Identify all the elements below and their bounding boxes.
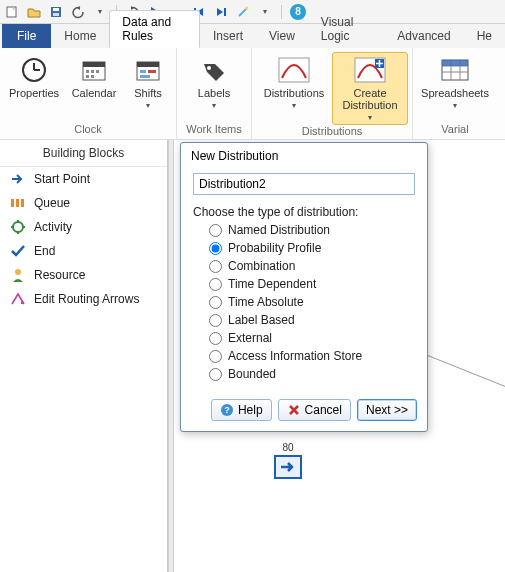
sidebar-item-queue[interactable]: Queue <box>0 191 167 215</box>
cancel-button[interactable]: Cancel <box>278 399 351 421</box>
ribbon-btn-label: Labels <box>198 87 230 99</box>
radio-access-info-store[interactable]: Access Information Store <box>209 349 415 363</box>
spreadsheet-icon <box>438 55 472 85</box>
radio-time-absolute[interactable]: Time Absolute <box>209 295 415 309</box>
circle-badge[interactable]: 8 <box>290 4 306 20</box>
clock-icon <box>17 55 51 85</box>
chevron-down-icon: ▾ <box>368 113 372 122</box>
sidebar-item-label: Resource <box>34 268 85 282</box>
ribbon-btn-label: Calendar <box>72 87 117 99</box>
svg-rect-31 <box>16 199 19 207</box>
new-distribution-dialog: New Distribution Choose the type of dist… <box>180 142 428 432</box>
main-area: Building Blocks Start Point Queue Activi… <box>0 140 505 572</box>
svg-rect-3 <box>53 13 59 16</box>
radio-probability-profile[interactable]: Probability Profile <box>209 241 415 255</box>
sidebar-item-label: Queue <box>34 196 70 210</box>
sidebar-item-end[interactable]: End <box>0 239 167 263</box>
tab-visual-logic[interactable]: Visual Logic <box>308 10 384 48</box>
ribbon-group-clock: Properties Calendar Shifts ▾ Clock <box>0 48 177 139</box>
svg-rect-10 <box>86 70 89 73</box>
arrow-block-icon <box>274 455 302 479</box>
svg-point-33 <box>13 222 23 232</box>
svg-rect-9 <box>83 62 105 67</box>
shifts-icon <box>131 55 165 85</box>
svg-rect-18 <box>148 70 156 73</box>
tab-insert[interactable]: Insert <box>200 24 256 48</box>
person-icon <box>10 267 26 283</box>
new-icon[interactable] <box>4 4 20 20</box>
ribbon-btn-label: Distributions <box>264 87 325 99</box>
svg-rect-32 <box>21 199 24 207</box>
ribbon-btn-shifts[interactable]: Shifts ▾ <box>124 52 172 113</box>
svg-point-6 <box>246 6 249 9</box>
tag-icon <box>197 55 231 85</box>
radio-named-distribution[interactable]: Named Distribution <box>209 223 415 237</box>
sidebar-item-resource[interactable]: Resource <box>0 263 167 287</box>
svg-rect-29 <box>442 60 468 66</box>
sidebar-item-label: Activity <box>34 220 72 234</box>
radio-combination[interactable]: Combination <box>209 259 415 273</box>
calendar-icon <box>77 55 111 85</box>
chevron-down-icon: ▾ <box>146 101 150 110</box>
svg-rect-16 <box>137 62 159 67</box>
dropdown-icon[interactable]: ▾ <box>257 4 273 20</box>
ribbon-btn-label: Properties <box>9 87 59 99</box>
sidebar-item-edit-routing[interactable]: Edit Routing Arrows <box>0 287 167 311</box>
ribbon-btn-label: Create Distribution <box>335 87 405 111</box>
tab-more[interactable]: He <box>464 24 505 48</box>
sidebar-item-label: Start Point <box>34 172 90 186</box>
tab-home[interactable]: Home <box>51 24 109 48</box>
svg-rect-11 <box>91 70 94 73</box>
radio-external[interactable]: External <box>209 331 415 345</box>
open-icon[interactable] <box>26 4 42 20</box>
next-button[interactable]: Next >> <box>357 399 417 421</box>
create-distribution-icon <box>353 55 387 85</box>
svg-text:?: ? <box>224 405 230 415</box>
chevron-down-icon: ▾ <box>453 101 457 110</box>
ribbon-group-work-items: Labels ▾ Work Items <box>177 48 252 139</box>
ribbon-btn-properties[interactable]: Properties <box>4 52 64 102</box>
ribbon-btn-labels[interactable]: Labels ▾ <box>181 52 247 113</box>
ribbon-btn-calendar[interactable]: Calendar <box>64 52 124 102</box>
ribbon-group-label: Distributions <box>252 125 412 139</box>
tab-view[interactable]: View <box>256 24 308 48</box>
ribbon-btn-label: Shifts <box>134 87 162 99</box>
sidebar-item-label: End <box>34 244 55 258</box>
radio-time-dependent[interactable]: Time Dependent <box>209 277 415 291</box>
radio-bounded[interactable]: Bounded <box>209 367 415 381</box>
distribution-name-input[interactable] <box>193 173 415 195</box>
svg-rect-14 <box>91 75 94 78</box>
ribbon-group-distributions: Distributions ▾ Create Distribution ▾ Di… <box>252 48 413 139</box>
skip-forward-icon[interactable] <box>213 4 229 20</box>
sidebar-item-start-point[interactable]: Start Point <box>0 167 167 191</box>
sidebar-title: Building Blocks <box>0 140 167 167</box>
ribbon-group-label: Varial <box>413 123 497 139</box>
ribbon-tabs: File Home Data and Rules Insert View Vis… <box>0 24 505 48</box>
dropdown-icon[interactable]: ▾ <box>92 4 108 20</box>
tab-data-and-rules[interactable]: Data and Rules <box>109 10 200 48</box>
sidebar-item-label: Edit Routing Arrows <box>34 292 139 306</box>
ribbon-btn-distributions[interactable]: Distributions ▾ <box>256 52 332 113</box>
svg-rect-12 <box>96 70 99 73</box>
chevron-down-icon: ▾ <box>212 101 216 110</box>
canvas-port[interactable]: 80 <box>274 442 302 479</box>
tab-advanced[interactable]: Advanced <box>384 24 463 48</box>
svg-rect-19 <box>140 75 150 78</box>
undo-icon[interactable] <box>70 4 86 20</box>
sidebar-item-activity[interactable]: Activity <box>0 215 167 239</box>
ribbon-btn-label: Spreadsheets <box>421 87 489 99</box>
ribbon-btn-spreadsheets[interactable]: Spreadsheets ▾ <box>417 52 493 113</box>
ribbon-group-variables: Spreadsheets ▾ Varial <box>413 48 497 139</box>
wand-icon[interactable] <box>235 4 251 20</box>
svg-point-20 <box>207 66 211 70</box>
close-icon <box>287 403 301 417</box>
save-icon[interactable] <box>48 4 64 20</box>
radio-label-based[interactable]: Label Based <box>209 313 415 327</box>
ribbon-btn-create-distribution[interactable]: Create Distribution ▾ <box>332 52 408 125</box>
tab-file[interactable]: File <box>2 24 51 48</box>
svg-rect-0 <box>7 7 16 17</box>
distribution-type-list: Named Distribution Probability Profile C… <box>209 223 415 381</box>
distribution-icon <box>277 55 311 85</box>
help-button[interactable]: ? Help <box>211 399 272 421</box>
canvas[interactable]: 80 New Distribution Choose the type of d… <box>174 140 505 572</box>
